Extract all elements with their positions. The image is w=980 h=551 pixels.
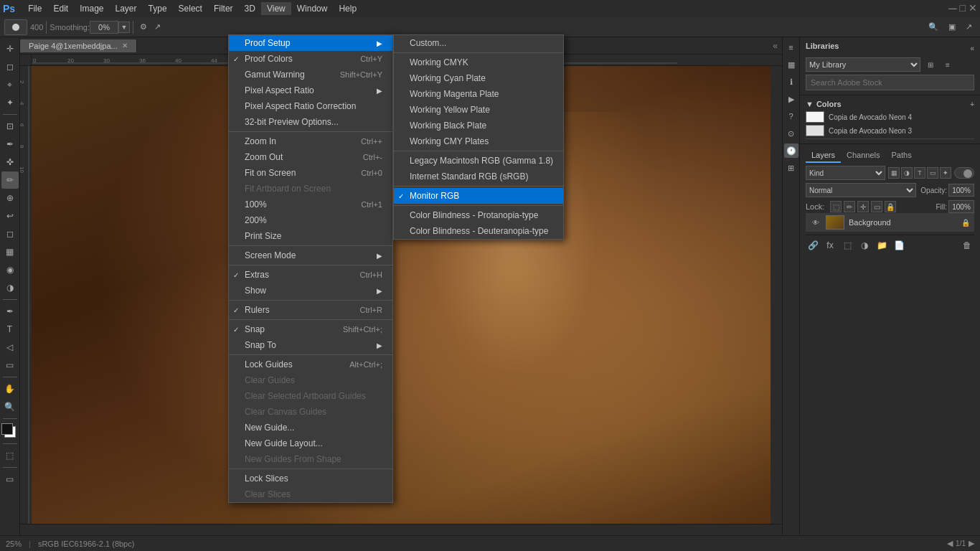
selection-tool[interactable]: ◻	[1, 58, 19, 75]
menu-item-legacy-mac-rgb[interactable]: Legacy Macintosh RGB (Gamma 1.8)	[394, 153, 563, 169]
menu-layer[interactable]: Layer	[110, 2, 143, 15]
menu-item-custom[interactable]: Custom...	[394, 35, 563, 51]
tab-paths[interactable]: Paths	[886, 149, 918, 163]
lock-transparent-icon[interactable]: ⬚	[830, 201, 842, 212]
menu-type[interactable]: Type	[143, 2, 173, 15]
search-stock-input[interactable]	[806, 75, 974, 90]
panel-collapse[interactable]: «	[768, 41, 782, 51]
library-grid-view[interactable]: ⊞	[923, 57, 938, 72]
menu-item-screen-mode[interactable]: Screen Mode ▶	[229, 248, 392, 263]
menu-item-snap-to[interactable]: Snap To ▶	[229, 337, 392, 353]
menu-item-working-cyan[interactable]: Working Cyan Plate	[394, 70, 563, 86]
menu-item-print-size[interactable]: Print Size	[229, 228, 392, 244]
layer-visibility-toggle[interactable]: 👁	[810, 217, 821, 228]
filter-smart-icon[interactable]: ✦	[940, 167, 951, 179]
filter-type-icon[interactable]: T	[914, 167, 925, 179]
eyedropper-tool[interactable]: ✒	[1, 136, 19, 153]
type-tool[interactable]: T	[1, 321, 19, 338]
stamp-tool[interactable]: ⊕	[1, 189, 19, 207]
filter-shape-icon[interactable]: ▭	[927, 167, 938, 179]
close-tab-icon[interactable]: ✕	[122, 42, 128, 50]
colors-add-button[interactable]: +	[970, 100, 974, 108]
kind-filter-select[interactable]: Kind	[806, 166, 885, 180]
menu-item-zoom-out[interactable]: Zoom Out Ctrl+-	[229, 149, 392, 165]
tab-channels[interactable]: Channels	[841, 149, 885, 163]
layer-row-background[interactable]: 👁 Background 🔒	[806, 213, 974, 232]
menu-item-32bit-preview[interactable]: 32-bit Preview Options...	[229, 114, 392, 130]
menu-item-working-magenta[interactable]: Working Magenta Plate	[394, 86, 563, 102]
add-link-button[interactable]: 🔗	[806, 238, 820, 253]
heal-tool[interactable]: ✜	[1, 154, 19, 171]
search-button[interactable]: 🔍	[925, 21, 942, 33]
restore-button[interactable]: □	[960, 2, 966, 15]
filter-toggle[interactable]	[954, 167, 974, 179]
libraries-collapse-button[interactable]: «	[970, 44, 974, 52]
menu-item-fit-on-screen[interactable]: Fit on Screen Ctrl+0	[229, 165, 392, 181]
timeline-icon[interactable]: ▶	[784, 92, 798, 106]
menu-item-working-black[interactable]: Working Black Plate	[394, 118, 563, 133]
color-swatches[interactable]	[1, 423, 19, 441]
menu-item-internet-rgb[interactable]: Internet Standard RGB (sRGB)	[394, 169, 563, 184]
adjustment-icon[interactable]: ▦	[784, 57, 798, 72]
new-layer-button[interactable]: 📄	[892, 238, 906, 253]
opacity-input[interactable]	[948, 184, 974, 197]
scrollbar-vertical[interactable]	[771, 66, 782, 524]
menu-item-par-correction[interactable]: Pixel Aspect Ratio Correction	[229, 98, 392, 114]
menu-file[interactable]: File	[22, 2, 47, 15]
brush-tool[interactable]: ✏	[1, 171, 19, 189]
document-tab[interactable]: Paige 4@1xembeddjpa... ✕	[20, 39, 137, 52]
tab-layers[interactable]: Layers	[806, 149, 841, 163]
menu-item-show[interactable]: Show ▶	[229, 283, 392, 298]
filter-adj-icon[interactable]: ◑	[901, 167, 913, 179]
gradient-tool[interactable]: ▦	[1, 243, 19, 260]
menu-item-deuteranopia[interactable]: Color Blindness - Deuteranopia-type	[394, 223, 563, 239]
blend-mode-select[interactable]: Normal	[806, 183, 916, 197]
pen-tool[interactable]: ✒	[1, 303, 19, 320]
colors-collapse-arrow[interactable]: ▼	[806, 100, 814, 108]
menu-help[interactable]: Help	[333, 2, 362, 15]
wand-tool[interactable]: ✦	[1, 94, 19, 111]
screen-mode-button[interactable]: ▭	[1, 471, 19, 488]
menu-select[interactable]: Select	[173, 2, 208, 15]
nav-next[interactable]: ▶	[969, 539, 974, 548]
menu-item-gamut-warning[interactable]: Gamut Warning Shift+Ctrl+Y	[229, 67, 392, 83]
layers-icon[interactable]: ≡	[784, 40, 798, 55]
close-button[interactable]: ✕	[969, 2, 977, 15]
fill-input[interactable]	[948, 200, 974, 213]
menu-edit[interactable]: Edit	[47, 2, 74, 15]
smoothing-options[interactable]: ▼	[118, 22, 130, 33]
menu-item-pixel-aspect-ratio[interactable]: Pixel Aspect Ratio ▶	[229, 83, 392, 98]
menu-item-working-cmyk[interactable]: Working CMYK	[394, 55, 563, 70]
share-button[interactable]: ↗	[962, 21, 976, 33]
zoom-tool[interactable]: 🔍	[1, 398, 19, 415]
history-tool[interactable]: ↩	[1, 207, 19, 225]
menu-item-zoom-in[interactable]: Zoom In Ctrl++	[229, 133, 392, 149]
add-adjustment-button[interactable]: ◑	[857, 238, 872, 253]
lock-all-icon[interactable]: 🔒	[885, 201, 896, 212]
add-mask-button[interactable]: ⬚	[840, 238, 854, 253]
menu-image[interactable]: Image	[74, 2, 109, 15]
learn-icon[interactable]: ?	[784, 109, 798, 123]
library-list-view[interactable]: ≡	[941, 57, 955, 72]
menu-item-new-guide[interactable]: New Guide...	[229, 420, 392, 435]
crop-tool[interactable]: ⊡	[1, 118, 19, 135]
lock-position-icon[interactable]: ✛	[857, 201, 869, 212]
menu-window[interactable]: Window	[291, 2, 334, 15]
color-swatch-1[interactable]	[806, 111, 824, 123]
lock-artboard-icon[interactable]: ▭	[871, 201, 882, 212]
scrollbar-horizontal[interactable]	[20, 524, 782, 535]
menu-item-lock-guides[interactable]: Lock Guides Alt+Ctrl+;	[229, 357, 392, 372]
eraser-tool[interactable]: ◻	[1, 225, 19, 242]
history-icon[interactable]: 🕐	[784, 143, 798, 158]
filter-pixel-icon[interactable]: ▦	[888, 167, 900, 179]
menu-item-monitor-rgb[interactable]: ✓ Monitor RGB	[394, 188, 563, 204]
dodge-tool[interactable]: ◑	[1, 279, 19, 296]
blur-tool[interactable]: ◉	[1, 261, 19, 278]
lock-pixels-icon[interactable]: ✏	[844, 201, 855, 212]
smoothing-input[interactable]	[90, 21, 118, 34]
minimize-button[interactable]: ─	[948, 2, 956, 15]
menu-filter[interactable]: Filter	[208, 2, 239, 15]
lasso-tool[interactable]: ⌖	[1, 76, 19, 93]
menu-item-100pct[interactable]: 100% Ctrl+1	[229, 197, 392, 212]
menu-item-new-guide-layout[interactable]: New Guide Layout...	[229, 435, 392, 451]
